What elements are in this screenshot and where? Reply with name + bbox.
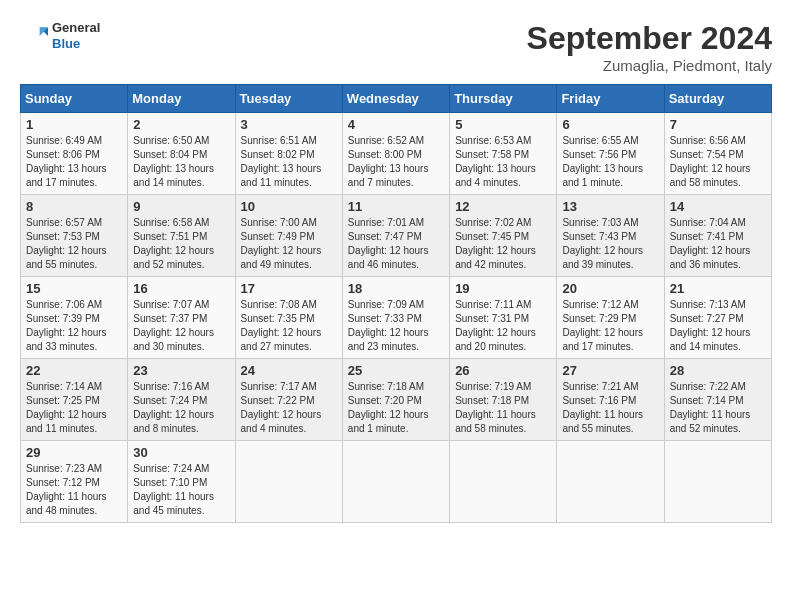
- day-number: 18: [348, 281, 444, 296]
- day-info: Sunrise: 7:24 AMSunset: 7:10 PMDaylight:…: [133, 463, 214, 516]
- day-info: Sunrise: 6:58 AMSunset: 7:51 PMDaylight:…: [133, 217, 214, 270]
- calendar-cell: 29Sunrise: 7:23 AMSunset: 7:12 PMDayligh…: [21, 441, 128, 523]
- day-number: 27: [562, 363, 658, 378]
- calendar-cell: 23Sunrise: 7:16 AMSunset: 7:24 PMDayligh…: [128, 359, 235, 441]
- day-number: 11: [348, 199, 444, 214]
- calendar-cell: [557, 441, 664, 523]
- calendar-cell: [664, 441, 771, 523]
- calendar-cell: 6Sunrise: 6:55 AMSunset: 7:56 PMDaylight…: [557, 113, 664, 195]
- day-number: 19: [455, 281, 551, 296]
- calendar-cell: 15Sunrise: 7:06 AMSunset: 7:39 PMDayligh…: [21, 277, 128, 359]
- day-info: Sunrise: 7:09 AMSunset: 7:33 PMDaylight:…: [348, 299, 429, 352]
- weekday-header: Tuesday: [235, 85, 342, 113]
- day-info: Sunrise: 7:01 AMSunset: 7:47 PMDaylight:…: [348, 217, 429, 270]
- day-info: Sunrise: 7:06 AMSunset: 7:39 PMDaylight:…: [26, 299, 107, 352]
- calendar-cell: 26Sunrise: 7:19 AMSunset: 7:18 PMDayligh…: [450, 359, 557, 441]
- calendar-cell: 1Sunrise: 6:49 AMSunset: 8:06 PMDaylight…: [21, 113, 128, 195]
- day-info: Sunrise: 7:04 AMSunset: 7:41 PMDaylight:…: [670, 217, 751, 270]
- day-number: 15: [26, 281, 122, 296]
- weekday-header: Monday: [128, 85, 235, 113]
- calendar-cell: [450, 441, 557, 523]
- calendar-cell: 8Sunrise: 6:57 AMSunset: 7:53 PMDaylight…: [21, 195, 128, 277]
- day-number: 22: [26, 363, 122, 378]
- day-number: 30: [133, 445, 229, 460]
- day-info: Sunrise: 7:18 AMSunset: 7:20 PMDaylight:…: [348, 381, 429, 434]
- logo-blue-text: Blue: [52, 36, 100, 52]
- day-info: Sunrise: 6:52 AMSunset: 8:00 PMDaylight:…: [348, 135, 429, 188]
- day-number: 13: [562, 199, 658, 214]
- calendar-cell: 16Sunrise: 7:07 AMSunset: 7:37 PMDayligh…: [128, 277, 235, 359]
- day-number: 5: [455, 117, 551, 132]
- day-info: Sunrise: 6:56 AMSunset: 7:54 PMDaylight:…: [670, 135, 751, 188]
- calendar-cell: 2Sunrise: 6:50 AMSunset: 8:04 PMDaylight…: [128, 113, 235, 195]
- day-info: Sunrise: 6:51 AMSunset: 8:02 PMDaylight:…: [241, 135, 322, 188]
- day-number: 3: [241, 117, 337, 132]
- calendar-cell: 10Sunrise: 7:00 AMSunset: 7:49 PMDayligh…: [235, 195, 342, 277]
- day-number: 4: [348, 117, 444, 132]
- logo-general-text: General: [52, 20, 100, 36]
- day-number: 1: [26, 117, 122, 132]
- day-info: Sunrise: 7:03 AMSunset: 7:43 PMDaylight:…: [562, 217, 643, 270]
- month-title: September 2024: [527, 20, 772, 57]
- day-info: Sunrise: 7:12 AMSunset: 7:29 PMDaylight:…: [562, 299, 643, 352]
- logo: General Blue: [20, 20, 100, 51]
- calendar-cell: [342, 441, 449, 523]
- day-number: 21: [670, 281, 766, 296]
- calendar-cell: 19Sunrise: 7:11 AMSunset: 7:31 PMDayligh…: [450, 277, 557, 359]
- day-info: Sunrise: 7:07 AMSunset: 7:37 PMDaylight:…: [133, 299, 214, 352]
- day-info: Sunrise: 7:08 AMSunset: 7:35 PMDaylight:…: [241, 299, 322, 352]
- calendar-cell: 18Sunrise: 7:09 AMSunset: 7:33 PMDayligh…: [342, 277, 449, 359]
- logo-icon: [20, 22, 48, 50]
- day-info: Sunrise: 7:19 AMSunset: 7:18 PMDaylight:…: [455, 381, 536, 434]
- calendar-cell: [235, 441, 342, 523]
- calendar-cell: 22Sunrise: 7:14 AMSunset: 7:25 PMDayligh…: [21, 359, 128, 441]
- day-number: 26: [455, 363, 551, 378]
- calendar-cell: 14Sunrise: 7:04 AMSunset: 7:41 PMDayligh…: [664, 195, 771, 277]
- day-number: 12: [455, 199, 551, 214]
- location: Zumaglia, Piedmont, Italy: [527, 57, 772, 74]
- day-info: Sunrise: 7:23 AMSunset: 7:12 PMDaylight:…: [26, 463, 107, 516]
- day-info: Sunrise: 6:55 AMSunset: 7:56 PMDaylight:…: [562, 135, 643, 188]
- calendar-cell: 24Sunrise: 7:17 AMSunset: 7:22 PMDayligh…: [235, 359, 342, 441]
- day-number: 17: [241, 281, 337, 296]
- calendar-cell: 20Sunrise: 7:12 AMSunset: 7:29 PMDayligh…: [557, 277, 664, 359]
- day-number: 2: [133, 117, 229, 132]
- day-info: Sunrise: 7:11 AMSunset: 7:31 PMDaylight:…: [455, 299, 536, 352]
- day-number: 25: [348, 363, 444, 378]
- day-info: Sunrise: 7:02 AMSunset: 7:45 PMDaylight:…: [455, 217, 536, 270]
- day-info: Sunrise: 6:53 AMSunset: 7:58 PMDaylight:…: [455, 135, 536, 188]
- day-info: Sunrise: 6:57 AMSunset: 7:53 PMDaylight:…: [26, 217, 107, 270]
- day-info: Sunrise: 7:16 AMSunset: 7:24 PMDaylight:…: [133, 381, 214, 434]
- calendar-cell: 3Sunrise: 6:51 AMSunset: 8:02 PMDaylight…: [235, 113, 342, 195]
- day-info: Sunrise: 7:00 AMSunset: 7:49 PMDaylight:…: [241, 217, 322, 270]
- day-number: 16: [133, 281, 229, 296]
- calendar-cell: 4Sunrise: 6:52 AMSunset: 8:00 PMDaylight…: [342, 113, 449, 195]
- weekday-header: Sunday: [21, 85, 128, 113]
- calendar-cell: 17Sunrise: 7:08 AMSunset: 7:35 PMDayligh…: [235, 277, 342, 359]
- day-number: 6: [562, 117, 658, 132]
- calendar-cell: 9Sunrise: 6:58 AMSunset: 7:51 PMDaylight…: [128, 195, 235, 277]
- day-number: 24: [241, 363, 337, 378]
- day-number: 23: [133, 363, 229, 378]
- day-number: 9: [133, 199, 229, 214]
- weekday-header: Friday: [557, 85, 664, 113]
- day-info: Sunrise: 6:50 AMSunset: 8:04 PMDaylight:…: [133, 135, 214, 188]
- calendar-cell: 12Sunrise: 7:02 AMSunset: 7:45 PMDayligh…: [450, 195, 557, 277]
- day-info: Sunrise: 7:13 AMSunset: 7:27 PMDaylight:…: [670, 299, 751, 352]
- day-number: 14: [670, 199, 766, 214]
- day-info: Sunrise: 7:22 AMSunset: 7:14 PMDaylight:…: [670, 381, 751, 434]
- day-number: 8: [26, 199, 122, 214]
- day-info: Sunrise: 6:49 AMSunset: 8:06 PMDaylight:…: [26, 135, 107, 188]
- day-number: 7: [670, 117, 766, 132]
- day-info: Sunrise: 7:17 AMSunset: 7:22 PMDaylight:…: [241, 381, 322, 434]
- calendar-cell: 30Sunrise: 7:24 AMSunset: 7:10 PMDayligh…: [128, 441, 235, 523]
- calendar-cell: 5Sunrise: 6:53 AMSunset: 7:58 PMDaylight…: [450, 113, 557, 195]
- day-number: 10: [241, 199, 337, 214]
- weekday-header: Wednesday: [342, 85, 449, 113]
- day-number: 28: [670, 363, 766, 378]
- day-info: Sunrise: 7:21 AMSunset: 7:16 PMDaylight:…: [562, 381, 643, 434]
- calendar-cell: 25Sunrise: 7:18 AMSunset: 7:20 PMDayligh…: [342, 359, 449, 441]
- calendar: SundayMondayTuesdayWednesdayThursdayFrid…: [20, 84, 772, 523]
- day-info: Sunrise: 7:14 AMSunset: 7:25 PMDaylight:…: [26, 381, 107, 434]
- calendar-cell: 7Sunrise: 6:56 AMSunset: 7:54 PMDaylight…: [664, 113, 771, 195]
